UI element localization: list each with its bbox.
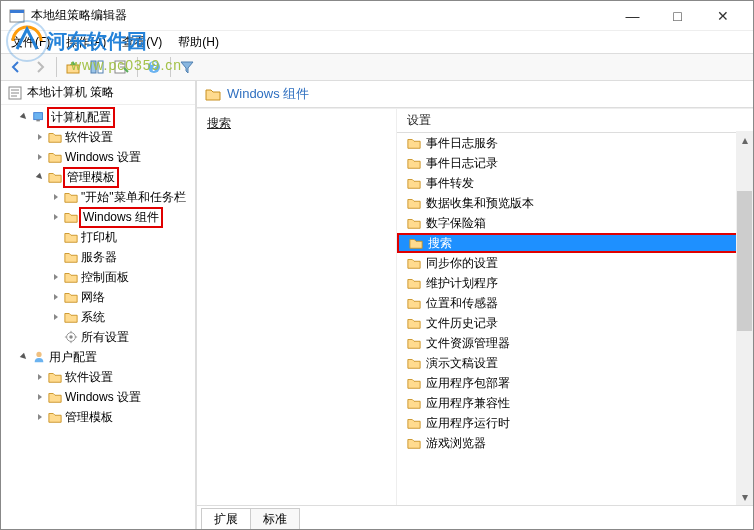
right-header-title: Windows 组件 [227,85,309,103]
list-item[interactable]: 事件日志记录 [397,153,753,173]
list-item-label: 搜索 [428,235,452,252]
list-item-label: 事件日志记录 [426,155,498,172]
tree-admin-templates-2[interactable]: 管理模板 [1,407,195,427]
svg-rect-3 [67,65,79,73]
tree-computer-config[interactable]: 计算机配置 [1,107,195,127]
list-item-label: 同步你的设置 [426,255,498,272]
app-icon [9,8,25,24]
tab-standard[interactable]: 标准 [250,508,300,530]
list-item-label: 数字保险箱 [426,215,486,232]
tree-admin-templates[interactable]: 管理模板 [1,167,195,187]
folder-icon [407,136,421,150]
vertical-scrollbar[interactable]: ▴ ▾ [736,131,753,505]
export-button[interactable] [110,56,132,78]
scroll-up-icon[interactable]: ▴ [736,131,753,148]
right-header: Windows 组件 [197,81,753,108]
list-item-label: 演示文稿设置 [426,355,498,372]
tree-header: 本地计算机 策略 [1,81,195,105]
list-item[interactable]: 文件资源管理器 [397,333,753,353]
toolbar-divider [170,57,171,77]
filter-button[interactable] [176,56,198,78]
list-item[interactable]: 维护计划程序 [397,273,753,293]
tree-windows-settings[interactable]: Windows 设置 [1,147,195,167]
tree-start-menu[interactable]: "开始"菜单和任务栏 [1,187,195,207]
menu-file[interactable]: 文件(F) [3,32,58,53]
tree-windows-components[interactable]: Windows 组件 [1,207,195,227]
tab-extended[interactable]: 扩展 [201,508,251,530]
tree-servers[interactable]: 服务器 [1,247,195,267]
list-item-label: 应用程序包部署 [426,375,510,392]
tree-printers[interactable]: 打印机 [1,227,195,247]
forward-button[interactable] [29,56,51,78]
folder-icon [407,376,421,390]
scroll-thumb[interactable] [737,191,752,331]
list-item[interactable]: 事件转发 [397,173,753,193]
tree-system[interactable]: 系统 [1,307,195,327]
menu-action[interactable]: 操作(A) [58,32,114,53]
titlebar: 本地组策略编辑器 — □ ✕ [1,1,753,31]
list-item[interactable]: 游戏浏览器 [397,433,753,453]
minimize-button[interactable]: — [610,1,655,31]
list-item[interactable]: 数据收集和预览版本 [397,193,753,213]
list-item[interactable]: 文件历史记录 [397,313,753,333]
svg-text:?: ? [150,60,157,74]
tree-software-settings[interactable]: 软件设置 [1,127,195,147]
list-item-label: 文件资源管理器 [426,335,510,352]
content-area: 本地计算机 策略 计算机配置 软件设置 Windows 设置 管理模板 "开始"… [1,81,753,529]
scroll-down-icon[interactable]: ▾ [736,488,753,505]
tree-user-config[interactable]: 用户配置 [1,347,195,367]
menu-view[interactable]: 查看(V) [114,32,170,53]
folder-icon [407,276,421,290]
tree-network[interactable]: 网络 [1,287,195,307]
help-button[interactable]: ? [143,56,165,78]
list-item[interactable]: 同步你的设置 [397,253,753,273]
folder-icon [407,156,421,170]
maximize-button[interactable]: □ [655,1,700,31]
list-item-label: 事件转发 [426,175,474,192]
list-item-label: 维护计划程序 [426,275,498,292]
folder-icon [205,86,221,102]
list-header[interactable]: 设置 [397,109,753,133]
list-item-label: 位置和传感器 [426,295,498,312]
list-item-label: 游戏浏览器 [426,435,486,452]
policy-icon [7,85,23,101]
folder-icon [407,216,421,230]
list-item[interactable]: 应用程序兼容性 [397,393,753,413]
list-item[interactable]: 事件日志服务 [397,133,753,153]
list-item[interactable]: 应用程序运行时 [397,413,753,433]
close-button[interactable]: ✕ [700,1,745,31]
details-heading: 搜索 [207,115,386,132]
list-item-label: 数据收集和预览版本 [426,195,534,212]
show-hide-button[interactable] [86,56,108,78]
menu-help[interactable]: 帮助(H) [170,32,227,53]
folder-icon [407,416,421,430]
svg-rect-4 [91,61,96,73]
list-item[interactable]: 位置和传感器 [397,293,753,313]
toolbar-divider [137,57,138,77]
list-column: 设置 事件日志服务事件日志记录事件转发数据收集和预览版本数字保险箱搜索同步你的设… [397,109,753,505]
list-item-label: 应用程序运行时 [426,415,510,432]
list-item[interactable]: 数字保险箱 [397,213,753,233]
details-column: 搜索 [197,109,397,505]
tree-pane: 本地计算机 策略 计算机配置 软件设置 Windows 设置 管理模板 "开始"… [1,81,197,529]
up-button[interactable] [62,56,84,78]
list-item[interactable]: 搜索 [397,233,753,253]
folder-icon [407,356,421,370]
tree-windows-settings-2[interactable]: Windows 设置 [1,387,195,407]
tree: 计算机配置 软件设置 Windows 设置 管理模板 "开始"菜单和任务栏 Wi… [1,105,195,429]
folder-icon [407,296,421,310]
list-item-label: 应用程序兼容性 [426,395,510,412]
tree-root-label: 本地计算机 策略 [27,84,114,101]
list-item[interactable]: 演示文稿设置 [397,353,753,373]
menubar: 文件(F) 操作(A) 查看(V) 帮助(H) [1,31,753,53]
list-item[interactable]: 应用程序包部署 [397,373,753,393]
tree-control-panel[interactable]: 控制面板 [1,267,195,287]
tree-software-settings-2[interactable]: 软件设置 [1,367,195,387]
right-pane: Windows 组件 搜索 设置 事件日志服务事件日志记录事件转发数据收集和预览… [197,81,753,529]
back-button[interactable] [5,56,27,78]
tree-all-settings[interactable]: 所有设置 [1,327,195,347]
svg-point-13 [69,335,73,339]
svg-point-14 [36,352,41,357]
svg-rect-11 [36,120,40,122]
folder-icon [407,396,421,410]
